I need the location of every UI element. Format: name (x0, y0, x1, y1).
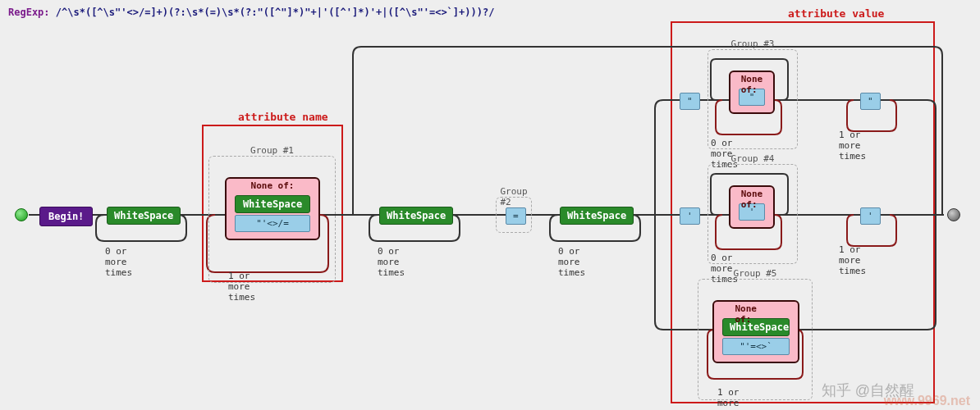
start-icon (15, 208, 28, 221)
begin-anchor: Begin! (39, 207, 93, 226)
times-1more-dq: 1 or more times (839, 130, 866, 162)
times-1more-g1: 1 or more times (228, 271, 255, 303)
dq-close: " (860, 93, 881, 110)
regexp-expression: RegExp: /^\s*([^\s"'<>/=]+)(?:\s*(=)\s*(… (8, 7, 494, 18)
times-0more-3: 0 or more times (558, 246, 585, 278)
end-icon (947, 208, 960, 221)
dq-open: " (680, 93, 700, 110)
times-0more-2: 0 or more times (378, 246, 405, 278)
whitespace-token-1: WhiteSpace (107, 207, 181, 225)
sq-close: ' (860, 207, 881, 225)
none-of-3: None of: " (729, 71, 775, 114)
highlight-attr-value-label: attribute value (788, 7, 884, 20)
none-of-1: None of: WhiteSpace "'<>/= (225, 177, 320, 240)
equals-token: = (506, 207, 526, 225)
whitespace-token-2: WhiteSpace (379, 207, 453, 225)
times-0more-1: 0 or more times (105, 246, 132, 278)
none-of-5: None of: WhiteSpace "'=<>` (712, 300, 799, 363)
times-1more-sq: 1 or more times (839, 244, 866, 276)
none-of-4: None of: ' (729, 185, 775, 229)
times-0more-g3: 0 or more times (711, 138, 738, 170)
watermark-url: www.9969.net (884, 394, 970, 408)
ws-in-none-1: WhiteSpace (235, 195, 310, 213)
sq-open: ' (680, 207, 700, 225)
times-0more-g4: 0 or more times (711, 253, 738, 285)
chars-in-none-1: "'<>/= (235, 215, 310, 232)
times-1more-g5: 1 or more times (717, 387, 744, 410)
chars-in-none-5: "'=<>` (722, 338, 790, 355)
whitespace-token-3: WhiteSpace (560, 207, 634, 225)
